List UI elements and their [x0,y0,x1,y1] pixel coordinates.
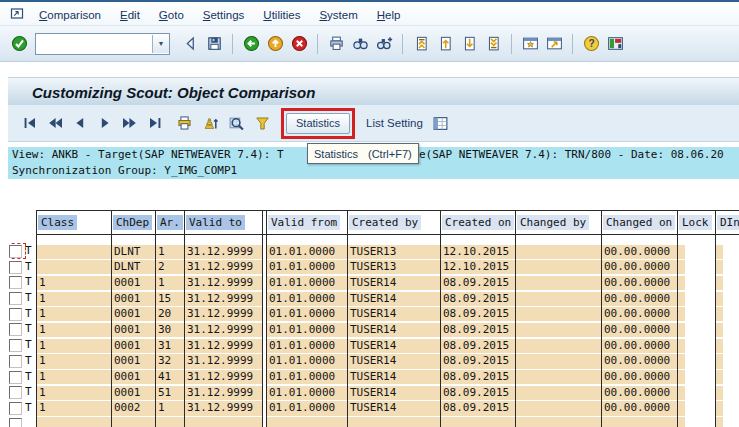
cell-chdep [111,416,155,427]
row-type-marker: T [25,353,32,368]
table-row: 100011531.12.999901.01.0000TUSER1408.09.… [36,290,739,306]
menu-goto[interactable]: Goto [159,9,184,21]
page-down-icon[interactable] [459,34,479,54]
cell-lock [677,337,715,353]
hide-command-field-icon[interactable] [180,34,200,54]
cell-ar: 2 [155,259,184,275]
cell-created_on: 08.09.2015 [440,353,515,369]
row-type-marker: T [25,337,32,352]
row-checkbox[interactable] [9,371,22,384]
menu-system[interactable]: System [319,9,357,21]
row-type-marker: T [25,306,32,321]
cell-created_by: TUSER14 [347,384,440,400]
command-field[interactable]: ▼ [35,33,170,55]
menu-utilities[interactable]: Utilities [263,9,300,21]
cell-lock [677,384,715,400]
back-icon[interactable] [241,34,261,54]
page-up-icon[interactable] [435,34,455,54]
menu-comparison[interactable]: Comparison [39,9,101,21]
menu-help[interactable]: Help [377,9,401,21]
cell-class: 1 [36,400,111,416]
sort-icon[interactable] [201,114,219,132]
previous-page-icon[interactable] [46,114,64,132]
new-session-icon[interactable] [520,34,540,54]
application-toolbar: Statistics List Setting [8,105,739,142]
cell-created_by: TUSER14 [347,353,440,369]
row-checkbox[interactable] [9,418,22,427]
table-row: 100013131.12.999901.01.0000TUSER1408.09.… [36,337,739,353]
row-checkbox[interactable] [9,292,22,305]
cell-lock [677,243,715,259]
system-menu-icon[interactable] [10,6,26,22]
first-row-icon[interactable] [21,114,39,132]
cell-lock [677,353,715,369]
cell-valid_to: 31.12.9999 [184,384,262,400]
cell-dind [715,353,739,369]
cell-class: 1 [36,274,111,290]
enter-icon[interactable] [9,34,29,54]
table-row: 100012031.12.999901.01.0000TUSER1408.09.… [36,306,739,322]
column-header-created_on: Created on [440,210,515,234]
row-selector [9,416,36,427]
cancel-icon[interactable] [289,34,309,54]
next-page-icon[interactable] [121,114,139,132]
cell-valid_from: 01.01.0000 [266,306,347,322]
find-icon[interactable] [350,34,370,54]
first-page-icon[interactable] [411,34,431,54]
list-setting-button[interactable]: List Setting [366,117,423,129]
next-row-icon[interactable] [96,114,114,132]
table-border [36,210,739,211]
row-checkbox[interactable] [9,308,22,321]
cell-changed_on: 00.00.0000 [601,290,677,306]
column-header-changed_by: Changed by [515,210,601,234]
help-icon[interactable]: ? [581,34,601,54]
column-header-valid_to: Valid to [184,210,262,234]
cell-lock [677,369,715,385]
cell-changed_by [515,306,601,322]
row-checkbox[interactable] [9,355,22,368]
cell-valid_to: 31.12.9999 [184,353,262,369]
cell-created_by: TUSER14 [347,321,440,337]
cell-dind [715,243,739,259]
menu-settings[interactable]: Settings [203,9,245,21]
last-page-icon[interactable] [483,34,503,54]
column-header-valid_from: Valid from [266,210,347,234]
statistics-button[interactable]: Statistics [286,113,350,134]
command-field-dropdown-icon[interactable]: ▼ [152,35,169,53]
row-checkbox[interactable] [9,339,22,352]
cell-valid_to: 31.12.9999 [184,369,262,385]
set-filter-icon[interactable] [253,114,271,132]
cell-changed_by [515,290,601,306]
column-header-lock: Lock [677,210,715,234]
table-border [111,210,112,427]
previous-row-icon[interactable] [71,114,89,132]
row-checkbox[interactable] [9,276,22,289]
find-next-icon[interactable] [374,34,394,54]
last-row-icon[interactable] [146,114,164,132]
menu-edit[interactable]: Edit [120,9,140,21]
table-border [36,210,37,427]
print-icon[interactable] [326,34,346,54]
command-field-input[interactable] [36,34,152,54]
cell-changed_by [515,400,601,416]
cell-valid_from: 01.01.0000 [266,369,347,385]
row-checkbox[interactable] [9,323,22,336]
create-shortcut-icon[interactable] [544,34,564,54]
find-in-list-icon[interactable] [227,114,245,132]
save-icon[interactable] [204,34,224,54]
table-border [601,210,602,427]
cell-valid_from: 01.01.0000 [266,321,347,337]
print-list-icon[interactable] [175,114,193,132]
svg-text:?: ? [588,38,594,49]
exit-icon[interactable] [265,34,285,54]
table-settings-icon[interactable] [432,114,450,132]
customize-layout-icon[interactable] [605,34,625,54]
cell-class: 1 [36,337,111,353]
row-checkbox[interactable] [9,402,22,415]
cell-ar: 41 [155,369,184,385]
row-checkbox[interactable] [9,386,22,399]
cell-dind [715,400,739,416]
row-selector: T [9,353,36,369]
toolbar-separator [402,34,403,54]
row-checkbox[interactable] [9,261,22,274]
